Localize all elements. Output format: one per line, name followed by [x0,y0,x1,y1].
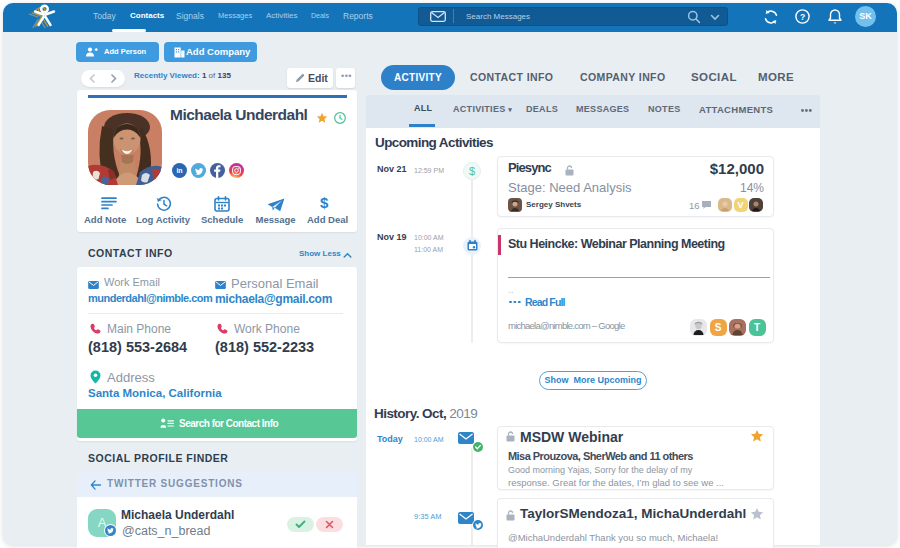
svg-text:?: ? [800,12,805,22]
